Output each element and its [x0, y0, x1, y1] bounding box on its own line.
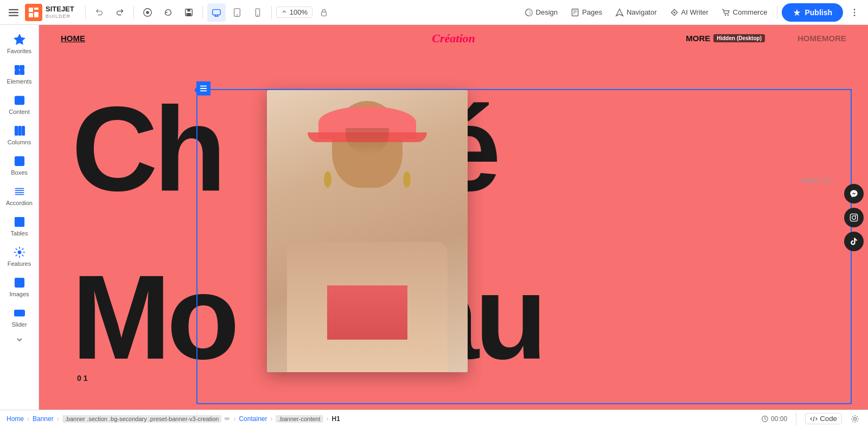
undo-button[interactable] — [90, 3, 108, 22]
breadcrumb-container[interactable]: Container — [239, 415, 267, 423]
lock-button[interactable] — [315, 3, 333, 22]
svg-point-70 — [854, 417, 857, 420]
sidebar-item-tables[interactable]: Tables — [2, 212, 37, 241]
brand-logo: SITEJET BUILDER — [25, 4, 74, 21]
svg-marker-33 — [14, 35, 24, 44]
svg-rect-2 — [9, 15, 18, 16]
redo-button[interactable] — [111, 3, 129, 22]
brand-text: SITEJET BUILDER — [46, 5, 74, 18]
svg-rect-5 — [29, 13, 33, 17]
brand-logo-box — [25, 4, 42, 21]
svg-point-27 — [673, 11, 675, 13]
sidebar-item-favorites[interactable]: Favorites — [2, 29, 37, 59]
svg-rect-10 — [187, 9, 190, 11]
hamburger-menu-button[interactable] — [4, 3, 23, 22]
breadcrumb-h1: H1 — [332, 415, 340, 423]
sidebar-item-images[interactable]: Images — [2, 272, 37, 302]
main-layout: Favorites Elements Content Columns Boxes… — [0, 25, 868, 410]
ai-writer-button[interactable]: AI Writer — [665, 3, 714, 22]
person-figure — [267, 90, 468, 372]
svg-rect-37 — [20, 71, 23, 74]
sidebar-item-content[interactable]: Content — [2, 90, 37, 119]
sidebar-item-features[interactable]: Features — [2, 242, 37, 271]
social-icons-panel — [840, 180, 868, 256]
svg-point-8 — [146, 11, 149, 14]
svg-point-17 — [237, 14, 238, 15]
svg-point-32 — [854, 15, 856, 16]
banner-inner: HOME Création MORE Hidden (Desktop) HOME… — [39, 25, 868, 410]
commerce-button[interactable]: Commerce — [716, 3, 773, 22]
code-button[interactable]: Code — [805, 413, 842, 424]
sidebar-show-more[interactable] — [2, 333, 37, 346]
separator-5 — [777, 6, 777, 19]
more-options-button[interactable] — [845, 3, 864, 22]
publish-button[interactable]: Publish — [782, 3, 843, 22]
website-preview: HOME Création MORE Hidden (Desktop) HOME… — [39, 25, 868, 410]
svg-rect-20 — [322, 12, 327, 16]
svg-rect-6 — [34, 12, 39, 17]
nav-more-link[interactable]: MORE Hidden (Desktop) — [686, 34, 765, 43]
sidebar-item-slider[interactable]: Slider — [2, 303, 37, 332]
time-display: 00:00 — [761, 415, 787, 423]
preview-button[interactable] — [138, 3, 157, 22]
svg-rect-45 — [15, 157, 24, 166]
nav-creation-label: Création — [432, 31, 475, 46]
svg-rect-35 — [20, 66, 23, 69]
breadcrumb-home[interactable]: Home — [7, 415, 24, 423]
bottom-right-controls: 00:00 Code — [761, 412, 861, 425]
sidebar-item-elements[interactable]: Elements — [2, 60, 37, 89]
bottom-bar: Home › Banner › .banner .section .bg-sec… — [0, 410, 868, 427]
svg-point-57 — [18, 251, 21, 254]
svg-rect-65 — [850, 214, 857, 221]
svg-point-30 — [854, 9, 856, 10]
settings-button[interactable] — [848, 412, 861, 425]
svg-rect-36 — [15, 71, 18, 74]
separator-3 — [202, 6, 203, 19]
bottom-separator — [796, 412, 796, 425]
svg-rect-34 — [15, 66, 18, 69]
svg-point-28 — [725, 14, 726, 15]
sidebar-item-accordion[interactable]: Accordion — [2, 181, 37, 211]
svg-rect-0 — [9, 9, 18, 10]
svg-rect-46 — [17, 158, 19, 161]
svg-rect-1 — [9, 12, 18, 13]
svg-rect-42 — [15, 126, 17, 136]
svg-rect-47 — [20, 158, 22, 161]
pages-button[interactable]: Pages — [565, 3, 608, 22]
canvas-area: HOME Création MORE Hidden (Desktop) HOME… — [39, 25, 868, 410]
breadcrumb-banner[interactable]: Banner — [33, 415, 54, 423]
banner-section: HOME Création MORE Hidden (Desktop) HOME… — [39, 25, 868, 410]
site-navigation: HOME Création MORE Hidden (Desktop) HOME… — [39, 25, 868, 52]
save-button[interactable] — [180, 3, 198, 22]
tiktok-icon-button[interactable] — [844, 232, 864, 251]
svg-point-29 — [727, 14, 729, 15]
instagram-icon-button[interactable] — [844, 208, 864, 227]
nav-home-link[interactable]: HOME — [61, 34, 85, 43]
hidden-desktop-badge: Hidden (Desktop) — [713, 34, 765, 42]
sidebar-item-columns[interactable]: Columns — [2, 120, 37, 150]
separator-2 — [133, 6, 134, 19]
toolbar: SITEJET BUILDER 100% Design Pa — [0, 0, 868, 25]
desktop-button[interactable] — [207, 3, 226, 22]
svg-point-67 — [856, 215, 857, 216]
breadcrumb-container-class: .banner-content — [276, 415, 323, 423]
mobile-button[interactable] — [248, 3, 267, 22]
design-button[interactable]: Design — [519, 3, 563, 22]
svg-rect-44 — [22, 126, 24, 136]
svg-rect-43 — [18, 126, 21, 136]
edit-icon[interactable]: ✏ — [225, 415, 230, 423]
zoom-control[interactable]: 100% — [276, 7, 312, 18]
sidebar: Favorites Elements Content Columns Boxes… — [0, 25, 39, 410]
svg-point-66 — [852, 215, 856, 219]
navigator-button[interactable]: Navigator — [610, 3, 662, 22]
tablet-button[interactable] — [228, 3, 246, 22]
svg-rect-3 — [29, 8, 33, 12]
svg-rect-12 — [213, 9, 220, 15]
counter-badge: 0 1 — [77, 374, 87, 383]
svg-rect-22 — [572, 9, 578, 16]
messenger-icon-button[interactable] — [844, 184, 864, 203]
svg-line-69 — [813, 416, 814, 421]
breadcrumb-banner-class: .banner .section .bg-secondary .preset-b… — [62, 415, 222, 423]
sidebar-item-boxes[interactable]: Boxes — [2, 151, 37, 180]
refresh-button[interactable] — [159, 3, 177, 22]
